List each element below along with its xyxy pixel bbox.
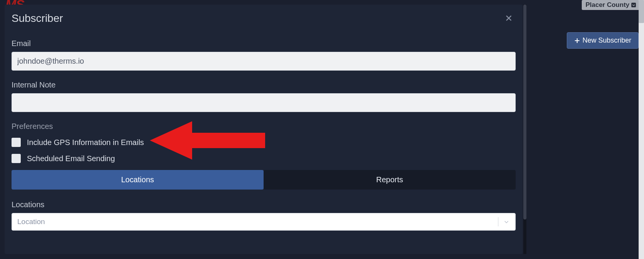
select-indicator (498, 217, 510, 226)
location-select[interactable]: Location (12, 213, 516, 231)
svg-rect-1 (631, 3, 636, 7)
internal-note-input[interactable] (12, 93, 516, 112)
preferences-heading: Preferences (12, 122, 516, 131)
tab-reports[interactable]: Reports (264, 170, 516, 190)
right-panel: Placer County New Subscriber (529, 0, 644, 259)
county-badge[interactable]: Placer County (582, 0, 640, 10)
scheduled-checkbox[interactable] (12, 154, 21, 163)
locations-label: Locations (12, 200, 516, 209)
close-button[interactable]: ✕ (502, 12, 516, 25)
tab-group: Locations Reports (12, 170, 516, 190)
internal-note-label: Internal Note (12, 81, 516, 89)
caret-down-icon (631, 2, 636, 8)
close-icon: ✕ (505, 13, 513, 23)
page-scrollbar-track[interactable] (639, 0, 644, 259)
modal-title: Subscriber (12, 12, 63, 25)
county-badge-label: Placer County (586, 1, 629, 9)
new-subscriber-label: New Subscriber (583, 36, 631, 45)
email-label: Email (12, 39, 516, 48)
new-subscriber-button[interactable]: New Subscriber (567, 32, 639, 49)
email-input[interactable] (12, 52, 516, 71)
scheduled-checkbox-row: Scheduled Email Sending (12, 154, 516, 163)
gps-checkbox[interactable] (12, 138, 21, 147)
gps-checkbox-row: Include GPS Information in Emails (12, 138, 516, 147)
page-scrollbar-thumb[interactable] (639, 0, 644, 23)
gps-checkbox-label: Include GPS Information in Emails (27, 138, 144, 147)
modal-scrollbar-thumb[interactable] (523, 5, 526, 219)
scheduled-checkbox-label: Scheduled Email Sending (27, 154, 115, 163)
location-placeholder: Location (17, 218, 45, 226)
subscriber-modal: Subscriber ✕ Email Internal Note Prefere… (5, 5, 523, 254)
chevron-down-icon (503, 218, 510, 225)
modal-scrollbar-track[interactable] (523, 5, 526, 254)
select-separator (498, 217, 498, 226)
tab-locations[interactable]: Locations (12, 170, 264, 190)
modal-header: Subscriber ✕ (12, 12, 516, 25)
plus-icon (574, 38, 580, 44)
